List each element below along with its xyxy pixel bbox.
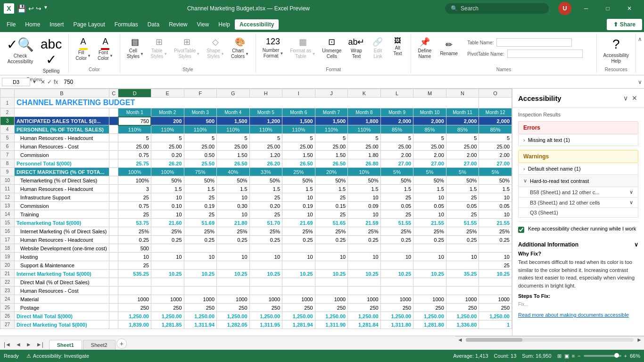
- cell-reference-input[interactable]: D3: [2, 78, 30, 86]
- define-name-button[interactable]: 📌 DefineName: [415, 35, 434, 61]
- q3-sub-issue[interactable]: Q3 (Sheet1): [518, 208, 638, 218]
- names-group-label: Names: [496, 67, 512, 72]
- menu-accessibility[interactable]: Accessibility: [235, 19, 279, 30]
- share-button[interactable]: ⬆ Share: [607, 19, 642, 30]
- zoom-out-button[interactable]: −: [578, 353, 580, 359]
- formula-expand-button[interactable]: ∨: [638, 79, 642, 85]
- menu-formulas[interactable]: Formulas: [110, 19, 143, 30]
- sheet-nav-prev[interactable]: ◄: [14, 340, 23, 349]
- menu-bar: File Home Insert Page Layout Formulas Da…: [0, 17, 644, 32]
- col-header-d[interactable]: D: [118, 89, 151, 98]
- wrap-text-button[interactable]: ab↵ WrapText: [345, 35, 367, 61]
- panel-expand-button[interactable]: ∨: [622, 93, 629, 103]
- col-header-i[interactable]: I: [282, 89, 315, 98]
- col-header-k[interactable]: K: [348, 89, 381, 98]
- zoom-in-button[interactable]: +: [624, 353, 627, 359]
- b58-sub-issue[interactable]: B58 (Sheet1) and 12 other c... ∨: [518, 187, 638, 197]
- sheet-tab-sheet2[interactable]: Sheet2: [83, 340, 116, 350]
- col-header-m[interactable]: M: [413, 89, 446, 98]
- close-button[interactable]: ✕: [619, 0, 640, 17]
- confirm-formula-icon[interactable]: ✓: [47, 79, 52, 85]
- col-header-f[interactable]: F: [184, 89, 217, 98]
- col-header-n[interactable]: N: [446, 89, 479, 98]
- menu-view[interactable]: View: [192, 19, 214, 30]
- number-format-dropdown[interactable]: ▼: [280, 51, 283, 56]
- save-button[interactable]: 💾: [17, 4, 26, 13]
- spreadsheet-area[interactable]: B C D E F G H I J K L M N O: [0, 89, 512, 336]
- page-layout-view-icon[interactable]: ▣: [564, 353, 569, 359]
- fill-color-button[interactable]: A FillColor ▼: [73, 35, 94, 63]
- rename-button[interactable]: ✏ Rename: [437, 38, 461, 58]
- alt-text-button[interactable]: 🖼 AltText: [388, 35, 407, 58]
- menu-page-layout[interactable]: Page Layout: [68, 19, 109, 30]
- insert-function-icon[interactable]: fx: [54, 79, 58, 85]
- keep-running-checkbox[interactable]: [518, 227, 524, 233]
- undo-button[interactable]: ↩: [28, 5, 34, 12]
- cell-ref-dropdown[interactable]: ▼: [32, 79, 37, 84]
- add-sheet-button[interactable]: +: [116, 338, 127, 349]
- default-sheet-name-chevron: ›: [523, 166, 525, 172]
- sheet-nav-next[interactable]: ►: [24, 340, 33, 349]
- horizontal-scrollbar[interactable]: [466, 338, 634, 342]
- sheet-nav-last[interactable]: ►|: [34, 340, 45, 349]
- accessibility-help-button[interactable]: ? AccessibilityHelp: [601, 35, 632, 66]
- col-header-e[interactable]: E: [151, 89, 184, 98]
- table-row: 5 Human Resources - Headcount 5 5 5 5 5 …: [0, 134, 512, 142]
- ribbon-collapse-button[interactable]: ∧: [638, 36, 642, 42]
- zoom-level[interactable]: 66%: [630, 353, 640, 359]
- menu-insert[interactable]: Insert: [45, 19, 68, 30]
- col-header-b[interactable]: B: [15, 89, 109, 98]
- user-avatar[interactable]: U: [558, 2, 571, 15]
- col-header-j[interactable]: J: [315, 89, 348, 98]
- wrap-text-icon: ab↵: [348, 37, 364, 47]
- page-break-view-icon[interactable]: ≡: [572, 353, 575, 359]
- pivottable-name-input[interactable]: [507, 49, 583, 58]
- zoom-slider[interactable]: [584, 355, 621, 357]
- cancel-formula-icon[interactable]: ✕: [41, 79, 45, 85]
- menu-help[interactable]: Help: [214, 19, 235, 30]
- hard-to-read-item[interactable]: ∨ Hard-to-read text contrast: [518, 175, 638, 187]
- col-header-c[interactable]: C: [109, 89, 118, 98]
- chart-colors-button[interactable]: 🎨 ChartColors ▼: [228, 35, 252, 61]
- sheet-tab-sheet1[interactable]: Sheet1: [49, 340, 82, 350]
- menu-file[interactable]: File: [2, 19, 20, 30]
- redo-button[interactable]: ↪: [36, 5, 41, 12]
- panel-close-button[interactable]: ✕: [631, 93, 638, 103]
- h-scroll-left[interactable]: ◄: [457, 337, 463, 343]
- default-sheet-name-item[interactable]: › Default sheet name (1): [518, 163, 638, 175]
- col-header-l[interactable]: L: [380, 89, 413, 98]
- font-color-dropdown[interactable]: ▼: [109, 54, 113, 58]
- col-header-h[interactable]: H: [249, 89, 282, 98]
- menu-data[interactable]: Data: [143, 19, 164, 30]
- chart-colors-dropdown[interactable]: ▼: [245, 52, 249, 56]
- fill-color-dropdown[interactable]: ▼: [87, 54, 91, 58]
- h-scroll-right[interactable]: ►: [636, 337, 642, 343]
- selected-cell-d3[interactable]: 750: [118, 117, 151, 125]
- additional-info-expand[interactable]: ∨: [634, 241, 638, 248]
- font-color-button[interactable]: A FontColor ▼: [95, 35, 116, 63]
- missing-alt-text-item[interactable]: › Missing alt text (1): [518, 134, 638, 146]
- cell-styles-button[interactable]: ▤ CellStyles ▼: [124, 35, 147, 61]
- table-name-input[interactable]: [496, 38, 572, 47]
- normal-view-icon[interactable]: ⊞: [557, 353, 561, 359]
- ribbon-group-resources: ? AccessibilityHelp Resources: [597, 34, 636, 73]
- accessibility-status[interactable]: Accessibility: Investigate: [33, 353, 89, 359]
- maximize-button[interactable]: □: [597, 0, 619, 17]
- learn-more-link[interactable]: Read more about making documents accessi…: [518, 312, 629, 318]
- spelling-button[interactable]: abc✓ Spelling: [38, 35, 65, 76]
- search-box[interactable]: 🔍 Search: [445, 3, 549, 14]
- sheet-nav-first[interactable]: |◄: [2, 340, 13, 349]
- missing-alt-text-label: Missing alt text (1): [528, 137, 570, 143]
- cell-styles-dropdown[interactable]: ▼: [140, 52, 144, 56]
- b3-sub-issue[interactable]: B3 (Sheet1) and 12 other cells ∨: [518, 197, 638, 208]
- number-format-button[interactable]: 123 NumberFormat ▼: [260, 35, 287, 61]
- menu-review[interactable]: Review: [164, 19, 192, 30]
- formula-input[interactable]: [62, 78, 636, 86]
- unmerge-cells-button[interactable]: ⊡ UnmergeCells: [319, 35, 344, 61]
- check-accessibility-button[interactable]: ✓🔍 CheckAccessibility: [4, 35, 37, 66]
- col-header-g[interactable]: G: [217, 89, 250, 98]
- minimize-button[interactable]: ─: [575, 0, 597, 17]
- menu-home[interactable]: Home: [20, 19, 45, 30]
- customize-button[interactable]: ▼: [43, 5, 48, 12]
- col-header-o[interactable]: O: [479, 89, 512, 98]
